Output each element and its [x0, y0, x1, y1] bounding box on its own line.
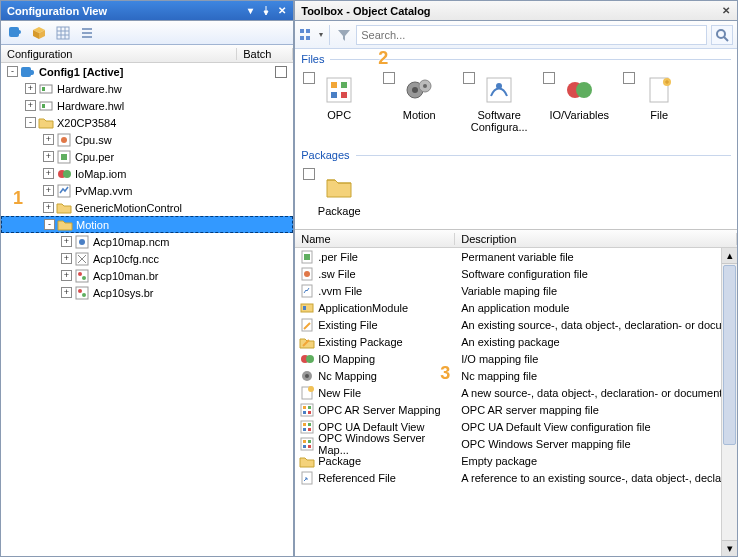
tree-item[interactable]: -Motion	[1, 216, 293, 233]
tree-item-label: GenericMotionControl	[75, 202, 186, 214]
expand-icon[interactable]: +	[43, 151, 54, 162]
catalog-item-checkbox[interactable]	[383, 72, 395, 84]
configuration-view-titlebar[interactable]: Configuration View ▾ ✕	[1, 1, 293, 21]
svg-rect-72	[303, 406, 306, 409]
tree-item[interactable]: +Hardware.hw	[1, 80, 293, 97]
list-item[interactable]: Referenced FileA reference to an existin…	[295, 469, 737, 486]
io-mapping-icon	[299, 351, 315, 367]
ncm-icon	[74, 234, 90, 250]
tree-item[interactable]: +PvMap.vvm	[1, 182, 293, 199]
svg-rect-80	[308, 428, 311, 431]
expand-icon[interactable]: +	[43, 185, 54, 196]
collapse-icon[interactable]: -	[7, 66, 18, 77]
list-item[interactable]: OPC Windows Server Map...OPC Windows Ser…	[295, 435, 737, 452]
package-folder-icon	[323, 170, 355, 202]
object-list: Name Description 3 .per FilePermanent va…	[295, 229, 737, 556]
expand-icon[interactable]: +	[25, 83, 36, 94]
section-packages-header: Packages	[295, 145, 737, 164]
catalog-item-checkbox[interactable]	[463, 72, 475, 84]
batch-checkbox[interactable]	[275, 66, 287, 78]
tree-item[interactable]: +IoMap.iom	[1, 165, 293, 182]
tree-item[interactable]: +Cpu.sw	[1, 131, 293, 148]
list-item[interactable]: Nc MappingNc mapping file	[295, 367, 737, 384]
svg-point-54	[576, 82, 592, 98]
list-item-name: Nc Mapping	[318, 370, 377, 382]
collapse-icon[interactable]: -	[44, 219, 55, 230]
column-batch[interactable]: Batch	[237, 48, 293, 60]
expand-icon[interactable]: +	[61, 270, 72, 281]
toolbar-btn-grid-icon[interactable]	[52, 23, 74, 43]
svg-rect-73	[308, 406, 311, 409]
catalog-item[interactable]: OPC	[301, 70, 377, 137]
toolbar-btn-list-icon[interactable]	[76, 23, 98, 43]
list-item[interactable]: New FileA new source-, data object-, dec…	[295, 384, 737, 401]
hardware-icon	[38, 98, 54, 114]
catalog-item[interactable]: IO/Variables	[541, 70, 617, 137]
tree-item[interactable]: +Acp10sys.br	[1, 284, 293, 301]
tree-item[interactable]: +Acp10man.br	[1, 267, 293, 284]
svg-rect-45	[331, 92, 337, 98]
expand-icon[interactable]: +	[43, 168, 54, 179]
close-icon[interactable]: ✕	[719, 4, 733, 18]
cpu-per-icon	[56, 149, 72, 165]
list-item-description: OPC AR server mapping file	[455, 404, 737, 416]
list-item[interactable]: OPC AR Server MappingOPC AR server mappi…	[295, 401, 737, 418]
catalog-item[interactable]: Software Configura...	[461, 70, 537, 137]
list-item[interactable]: Existing PackageAn existing package	[295, 333, 737, 350]
column-description[interactable]: Description	[455, 233, 737, 245]
svg-rect-22	[61, 154, 67, 160]
expand-icon[interactable]: +	[43, 202, 54, 213]
tree-item[interactable]: -Config1 [Active]	[1, 63, 293, 80]
svg-point-52	[496, 83, 502, 89]
svg-rect-14	[29, 70, 34, 75]
scroll-thumb[interactable]	[723, 265, 736, 445]
toolbar-btn-puzzle-icon[interactable]	[4, 23, 26, 43]
tree-item[interactable]: +GenericMotionControl	[1, 199, 293, 216]
svg-point-68	[305, 374, 309, 378]
svg-line-41	[724, 37, 728, 41]
tree-item[interactable]: +Acp10map.ncm	[1, 233, 293, 250]
tree-item[interactable]: +Cpu.per	[1, 148, 293, 165]
list-item[interactable]: IO MappingI/O mapping file	[295, 350, 737, 367]
catalog-item[interactable]: File	[621, 70, 697, 137]
catalog-item[interactable]: Package	[301, 166, 377, 221]
close-icon[interactable]: ✕	[275, 4, 289, 18]
tree-item[interactable]: -X20CP3584	[1, 114, 293, 131]
toolbar-btn-cube-icon[interactable]	[28, 23, 50, 43]
expand-icon[interactable]: +	[25, 100, 36, 111]
list-item[interactable]: PackageEmpty package	[295, 452, 737, 469]
expand-icon[interactable]: +	[61, 287, 72, 298]
column-name[interactable]: Name	[295, 233, 455, 245]
list-item[interactable]: ApplicationModuleAn application module	[295, 299, 737, 316]
list-item[interactable]: .sw FileSoftware configuration file	[295, 265, 737, 282]
expand-icon[interactable]: +	[43, 134, 54, 145]
dropdown-icon[interactable]: ▾	[243, 4, 257, 18]
toolbox-titlebar[interactable]: Toolbox - Object Catalog ✕	[295, 1, 737, 21]
search-button[interactable]	[711, 25, 733, 45]
pin-icon[interactable]	[259, 4, 273, 18]
search-input[interactable]	[356, 25, 707, 45]
scroll-up-icon[interactable]: ▴	[722, 248, 737, 264]
column-configuration[interactable]: Configuration	[1, 48, 237, 60]
collapse-icon[interactable]: -	[25, 117, 36, 128]
list-item-description: OPC Windows Server mapping file	[455, 438, 737, 450]
expand-icon[interactable]: +	[61, 236, 72, 247]
svg-rect-29	[76, 270, 88, 282]
filter-dropdown[interactable]	[336, 27, 352, 43]
catalog-item-checkbox[interactable]	[303, 72, 315, 84]
tree-item[interactable]: +Hardware.hwl	[1, 97, 293, 114]
catalog-item-label: Software Configura...	[463, 109, 535, 133]
scroll-down-icon[interactable]: ▾	[722, 540, 737, 556]
list-item[interactable]: Existing FileAn existing source-, data o…	[295, 316, 737, 333]
catalog-item-checkbox[interactable]	[303, 168, 315, 180]
tree-item[interactable]: +Acp10cfg.ncc	[1, 250, 293, 267]
view-mode-dropdown[interactable]: ▾	[299, 27, 323, 43]
catalog-item[interactable]: Motion	[381, 70, 457, 137]
list-item[interactable]: .per FilePermanent variable file	[295, 248, 737, 265]
toolbox-toolbar: ▾	[295, 21, 737, 49]
expand-icon[interactable]: +	[61, 253, 72, 264]
list-item[interactable]: .vvm FileVariable maping file	[295, 282, 737, 299]
catalog-item-checkbox[interactable]	[543, 72, 555, 84]
scrollbar[interactable]: ▴ ▾	[721, 248, 737, 556]
catalog-item-checkbox[interactable]	[623, 72, 635, 84]
